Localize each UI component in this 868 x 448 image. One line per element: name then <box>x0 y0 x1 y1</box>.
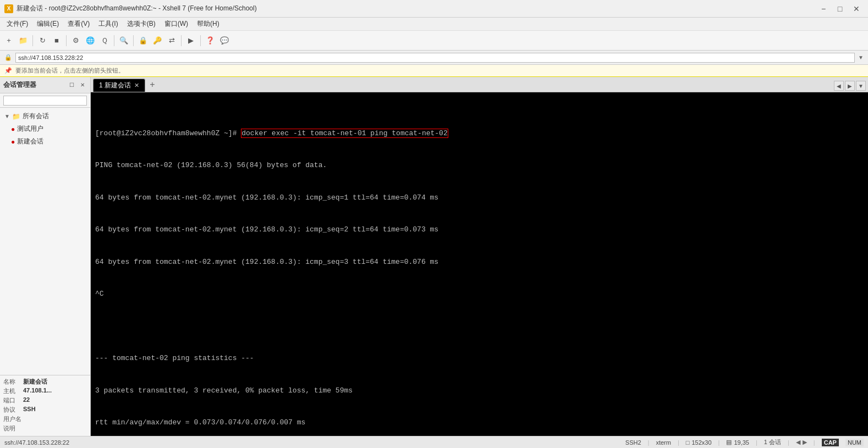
status-size-label: 152x30 <box>691 439 711 446</box>
tab-close-icon[interactable]: ✕ <box>134 82 139 89</box>
address-input[interactable] <box>15 53 855 63</box>
terminal-line-4: 64 bytes from tomcat-net-02.mynet (192.1… <box>95 224 864 235</box>
prop-value-name: 新建会话 <box>23 378 47 386</box>
terminal-line-6: ^C <box>95 289 864 300</box>
status-sep6: | <box>814 439 815 446</box>
tab-nav: ◀ ▶ ▼ <box>834 81 866 91</box>
toolbar-help[interactable]: ❓ <box>204 34 217 47</box>
terminal-wrapper[interactable]: [root@iZ2vc28obhvfham8wewhh0Z ~]# docker… <box>91 92 868 436</box>
status-pos: ▤ 19,35 <box>726 439 749 446</box>
prop-host: 主机 47.108.1... <box>3 387 87 395</box>
title-bar: X 新建会话 - root@iZ2vc28obhvfham8wewhh0Z:~ … <box>0 0 868 18</box>
tab-next-button[interactable]: ▶ <box>845 81 855 91</box>
toolbar: + 📁 ↻ ■ ⚙ 🌐 Ｑ 🔍 🔒 🔑 ⇄ ▶ ❓ 💬 <box>0 31 868 51</box>
folder-icon: 📁 <box>12 113 20 120</box>
sidebar-title: 会话管理器 <box>3 80 36 90</box>
expand-icon: ▼ <box>4 113 10 119</box>
menu-help[interactable]: 帮助(H) <box>193 18 224 30</box>
menu-tools[interactable]: 工具(I) <box>94 18 122 30</box>
status-pos-label: 19,35 <box>734 439 749 446</box>
toolbar-lock[interactable]: 🔒 <box>136 34 150 47</box>
tab-add-button[interactable]: + <box>146 79 158 91</box>
status-term: xterm <box>656 439 671 446</box>
status-sep2: | <box>678 439 679 446</box>
status-size-icon: □ <box>686 439 690 446</box>
terminal-line-8: 3 packets transmitted, 3 received, 0% pa… <box>95 385 864 396</box>
tree-label-new: 新建会话 <box>17 137 43 146</box>
status-pos-icon: ▤ <box>726 439 732 446</box>
sidebar-controls: ☐ ✕ <box>67 81 87 90</box>
maximize-button[interactable]: □ <box>833 3 847 14</box>
minimize-button[interactable]: − <box>816 3 831 14</box>
status-address: ssh://47.108.153.228:22 <box>4 439 619 446</box>
info-icon: 📌 <box>4 67 12 74</box>
main-area: 会话管理器 ☐ ✕ ▼ 📁 所有会话 ● 测试用户 ● 新建会话 <box>0 77 868 436</box>
prompt-1: [root@iZ2vc28obhvfham8wewhh0Z ~]# <box>95 129 237 137</box>
toolbar-globe[interactable]: 🌐 <box>84 34 97 47</box>
status-sep4: | <box>756 439 757 446</box>
toolbar-sep2 <box>66 35 67 46</box>
terminal-line-3: 64 bytes from tomcat-net-02.mynet (192.1… <box>95 192 864 203</box>
prop-label-name: 名称 <box>3 378 23 386</box>
toolbar-transfer[interactable]: ⇄ <box>165 34 178 47</box>
toolbar-refresh[interactable]: ↻ <box>36 34 49 47</box>
tab-bar: 1 新建会话 ✕ + ◀ ▶ ▼ <box>91 77 868 92</box>
info-text: 要添加当前会话，点击左侧的箭头按钮。 <box>15 67 124 75</box>
tab-menu-button[interactable]: ▼ <box>856 81 866 91</box>
prop-value-protocol: SSH <box>23 406 36 414</box>
address-bar: 🔒 ▼ <box>0 51 868 65</box>
toolbar-sep5 <box>181 35 182 46</box>
status-num-badge: NUM <box>845 439 864 446</box>
session-icon-red1: ● <box>11 125 15 133</box>
tree-item-all-sessions[interactable]: ▼ 📁 所有会话 <box>0 110 90 123</box>
tab-prev-button[interactable]: ◀ <box>834 81 844 91</box>
prop-name: 名称 新建会话 <box>3 378 87 386</box>
close-button[interactable]: ✕ <box>849 3 864 14</box>
toolbar-chat[interactable]: 💬 <box>218 34 231 47</box>
toolbar-sep6 <box>200 35 201 46</box>
status-sessions-label: 1 会话 <box>764 438 781 446</box>
address-dropdown-icon[interactable]: ▼ <box>858 54 864 60</box>
terminal-line-9: rtt min/avg/max/mdev = 0.073/0.074/0.076… <box>95 417 864 428</box>
window-controls: − □ ✕ <box>816 3 864 14</box>
toolbar-settings[interactable]: ⚙ <box>69 34 83 47</box>
toolbar-record[interactable]: ▶ <box>184 34 197 47</box>
status-ssh-label: SSH2 <box>625 439 641 446</box>
toolbar-open[interactable]: 📁 <box>17 34 30 47</box>
toolbar-stop[interactable]: ■ <box>50 34 63 47</box>
toolbar-search[interactable]: 🔍 <box>117 34 130 47</box>
status-sep1: | <box>648 439 650 446</box>
toolbar-sep1 <box>32 35 33 46</box>
status-size: □ 152x30 <box>686 439 712 446</box>
prop-port: 端口 22 <box>3 396 87 405</box>
menu-file[interactable]: 文件(F) <box>2 18 32 30</box>
toolbar-font[interactable]: Ｑ <box>98 34 111 47</box>
tree-label-all: 所有会话 <box>23 112 49 121</box>
menu-tab[interactable]: 选项卡(B) <box>123 18 160 30</box>
prop-label-desc: 说明 <box>3 424 23 433</box>
tree-item-test-user[interactable]: ● 测试用户 <box>0 123 90 135</box>
tab-new-session[interactable]: 1 新建会话 ✕ <box>93 79 145 92</box>
toolbar-sep4 <box>133 35 134 46</box>
status-bar: ssh://47.108.153.228:22 SSH2 | xterm | □… <box>0 436 868 448</box>
prop-value-port: 22 <box>23 396 30 405</box>
sidebar-close-button[interactable]: ✕ <box>78 81 87 90</box>
sidebar-search <box>0 93 90 108</box>
terminal[interactable]: [root@iZ2vc28obhvfham8wewhh0Z ~]# docker… <box>91 92 868 436</box>
sidebar-pin-button[interactable]: ☐ <box>67 81 76 90</box>
status-prev-btn[interactable]: ◀ <box>796 439 800 446</box>
menu-view[interactable]: 查看(V) <box>63 18 94 30</box>
sidebar-tree: ▼ 📁 所有会话 ● 测试用户 ● 新建会话 <box>0 108 90 375</box>
status-next-btn[interactable]: ▶ <box>803 439 807 446</box>
prop-label-protocol: 协议 <box>3 406 23 414</box>
prop-protocol: 协议 SSH <box>3 406 87 414</box>
menu-window[interactable]: 窗口(W) <box>160 18 193 30</box>
toolbar-new-session[interactable]: + <box>2 34 15 47</box>
toolbar-key[interactable]: 🔑 <box>151 34 164 47</box>
status-sessions: 1 会话 <box>764 438 781 446</box>
tree-item-new-session[interactable]: ● 新建会话 <box>0 135 90 148</box>
prop-desc: 说明 <box>3 424 87 433</box>
menu-edit[interactable]: 编辑(E) <box>32 18 63 30</box>
sidebar-search-input[interactable] <box>3 96 87 106</box>
status-cap-badge: CAP <box>822 439 839 446</box>
